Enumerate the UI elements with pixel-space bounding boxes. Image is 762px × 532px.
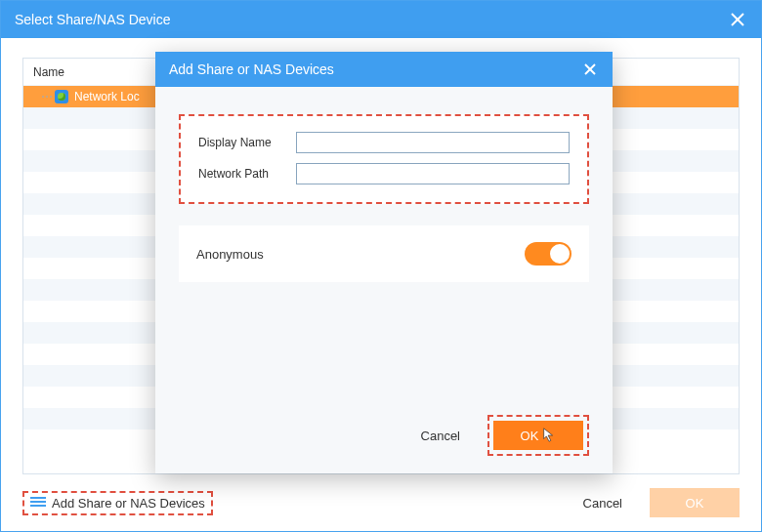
globe-icon <box>55 90 68 103</box>
main-cancel-button[interactable]: Cancel <box>583 496 622 511</box>
tree-connector-icon: ⋯ <box>41 90 53 103</box>
anonymous-label: Anonymous <box>196 247 264 262</box>
grid-row-label: Network Loc <box>74 90 140 103</box>
main-footer: Add Share or NAS Devices Cancel OK <box>22 486 740 519</box>
anonymous-toggle[interactable] <box>525 242 572 266</box>
main-titlebar: Select Share/NAS Device <box>1 1 761 38</box>
cursor-icon <box>542 428 556 443</box>
anonymous-panel: Anonymous <box>179 225 589 282</box>
modal-title: Add Share or NAS Devices <box>169 61 334 77</box>
main-close-button[interactable] <box>728 10 747 29</box>
modal-ok-label: OK <box>521 429 539 443</box>
modal-footer: Cancel OK <box>155 415 613 456</box>
list-icon <box>30 497 46 509</box>
close-icon <box>731 13 744 26</box>
add-share-modal: Add Share or NAS Devices Display Name Ne… <box>155 52 613 473</box>
network-path-input[interactable] <box>296 163 570 184</box>
ok-highlight-box: OK <box>487 415 589 456</box>
modal-body: Display Name Network Path Anonymous Canc… <box>155 87 613 473</box>
modal-ok-button[interactable]: OK <box>493 421 583 450</box>
display-name-label: Display Name <box>198 136 286 149</box>
modal-titlebar: Add Share or NAS Devices <box>155 52 613 87</box>
network-path-label: Network Path <box>198 167 286 181</box>
main-footer-buttons: Cancel OK <box>583 488 740 517</box>
modal-cancel-button[interactable]: Cancel <box>421 429 460 443</box>
add-share-nas-label: Add Share or NAS Devices <box>52 496 205 511</box>
display-name-row: Display Name <box>198 132 570 153</box>
form-panel: Display Name Network Path <box>179 114 589 204</box>
network-path-row: Network Path <box>198 163 570 184</box>
toggle-knob <box>550 244 570 264</box>
display-name-input[interactable] <box>296 132 570 153</box>
add-share-nas-link[interactable]: Add Share or NAS Devices <box>22 491 213 515</box>
close-icon <box>584 63 596 75</box>
main-window: Select Share/NAS Device Name ⋯ Network L… <box>0 0 762 532</box>
main-ok-button[interactable]: OK <box>650 488 740 517</box>
main-title: Select Share/NAS Device <box>15 12 171 27</box>
modal-close-button[interactable] <box>581 61 599 78</box>
